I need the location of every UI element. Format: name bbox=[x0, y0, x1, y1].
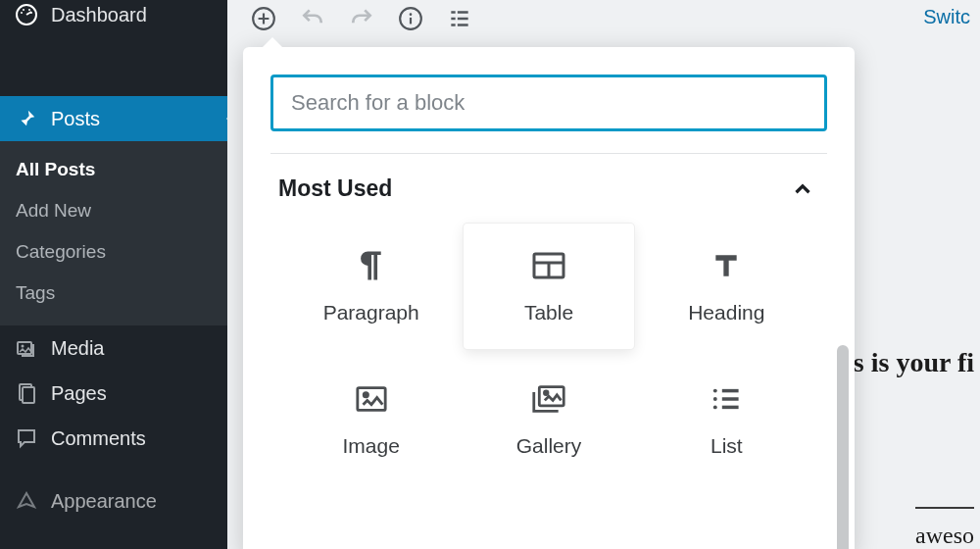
block-search-input[interactable] bbox=[270, 75, 827, 131]
image-icon bbox=[354, 381, 389, 417]
table-icon bbox=[531, 248, 566, 283]
svg-rect-16 bbox=[539, 387, 564, 406]
appearance-icon bbox=[14, 488, 39, 514]
comments-icon bbox=[14, 425, 39, 451]
block-image[interactable]: Image bbox=[286, 357, 456, 482]
pages-icon bbox=[14, 380, 39, 406]
sidebar-item-pages[interactable]: Pages bbox=[0, 371, 227, 416]
post-title-peek: s is your fi bbox=[854, 347, 974, 378]
chevron-up-icon bbox=[790, 176, 815, 202]
info-button[interactable] bbox=[398, 6, 423, 31]
block-paragraph[interactable]: Paragraph bbox=[286, 224, 456, 349]
sidebar-dashboard-label: Dashboard bbox=[51, 4, 147, 26]
block-gallery[interactable]: Gallery bbox=[464, 357, 633, 482]
add-block-button[interactable] bbox=[251, 6, 276, 31]
sidebar-posts-label: Posts bbox=[51, 108, 100, 130]
sidebar-sub-add-new[interactable]: Add New bbox=[0, 190, 227, 231]
svg-rect-12 bbox=[410, 18, 412, 24]
heading-icon bbox=[709, 248, 744, 283]
sidebar-sub-categories[interactable]: Categories bbox=[0, 231, 227, 273]
block-heading[interactable]: Heading bbox=[642, 224, 811, 349]
svg-point-19 bbox=[713, 397, 717, 401]
inserter-section-header[interactable]: Most Used bbox=[243, 154, 855, 214]
redo-button[interactable] bbox=[349, 6, 374, 31]
outline-button[interactable] bbox=[447, 6, 472, 31]
svg-point-18 bbox=[713, 389, 717, 393]
sidebar-sub-tags[interactable]: Tags bbox=[0, 273, 227, 314]
admin-sidebar: Dashboard Posts All Posts Add New Catego… bbox=[0, 0, 227, 549]
svg-point-4 bbox=[30, 12, 32, 14]
inserter-scrollbar[interactable] bbox=[837, 345, 849, 549]
block-grid: Paragraph Table Heading bbox=[243, 214, 855, 492]
editor-canvas[interactable]: s is your fi aweso Most Used bbox=[227, 37, 980, 549]
svg-rect-14 bbox=[357, 388, 384, 411]
pin-icon bbox=[14, 106, 39, 131]
post-body-peek: aweso bbox=[915, 507, 974, 549]
sidebar-item-dashboard[interactable]: Dashboard bbox=[0, 0, 227, 43]
sidebar-posts-submenu: All Posts Add New Categories Tags bbox=[0, 141, 227, 325]
sidebar-sub-all-posts[interactable]: All Posts bbox=[0, 149, 227, 190]
sidebar-appearance-label: Appearance bbox=[51, 490, 157, 513]
list-icon bbox=[709, 381, 744, 417]
block-inserter-popover: Most Used Paragraph bbox=[243, 47, 855, 549]
svg-point-20 bbox=[713, 405, 717, 409]
sidebar-item-posts[interactable]: Posts bbox=[0, 96, 227, 141]
media-icon bbox=[14, 335, 39, 361]
sidebar-item-comments[interactable]: Comments bbox=[0, 416, 227, 461]
svg-point-11 bbox=[410, 13, 413, 16]
dashboard-icon bbox=[14, 2, 39, 27]
paragraph-icon bbox=[354, 248, 389, 283]
undo-button[interactable] bbox=[300, 6, 325, 31]
svg-point-1 bbox=[21, 12, 23, 14]
svg-point-3 bbox=[28, 9, 30, 11]
sidebar-item-media[interactable]: Media bbox=[0, 325, 227, 371]
block-table[interactable]: Table bbox=[464, 224, 633, 349]
svg-point-17 bbox=[544, 391, 548, 395]
block-list[interactable]: List bbox=[642, 357, 811, 482]
sidebar-comments-label: Comments bbox=[51, 427, 146, 450]
sidebar-pages-label: Pages bbox=[51, 382, 107, 405]
editor-toolbar: Switc bbox=[227, 0, 980, 37]
svg-rect-8 bbox=[23, 387, 34, 403]
switch-mode-link[interactable]: Switc bbox=[923, 6, 970, 28]
gallery-icon bbox=[531, 381, 566, 417]
editor-main: Switc s is your fi aweso Most Used bbox=[227, 0, 980, 549]
inserter-section-title: Most Used bbox=[278, 175, 392, 202]
sidebar-item-appearance[interactable]: Appearance bbox=[0, 478, 227, 524]
svg-point-15 bbox=[364, 393, 368, 397]
svg-point-2 bbox=[23, 9, 24, 11]
svg-point-6 bbox=[22, 345, 24, 348]
sidebar-media-label: Media bbox=[51, 337, 104, 360]
